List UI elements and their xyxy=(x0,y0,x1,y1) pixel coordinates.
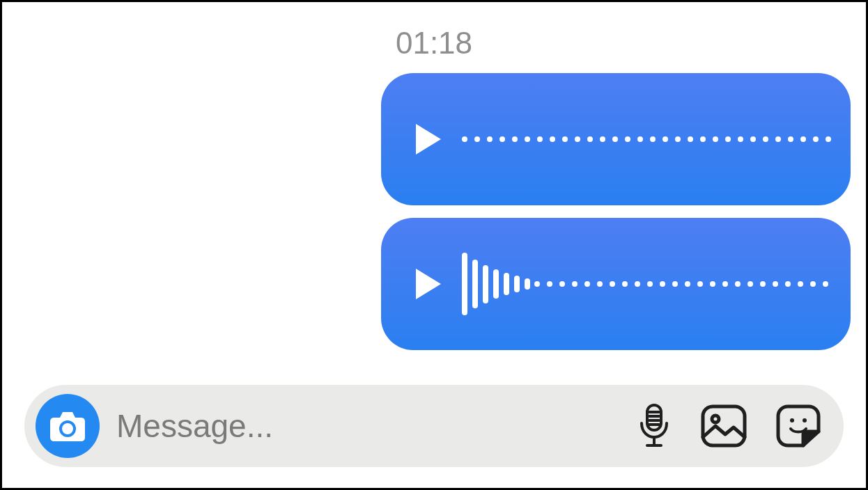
sticker-button[interactable] xyxy=(775,404,821,448)
sticker-icon xyxy=(775,404,821,448)
svg-point-11 xyxy=(803,418,807,422)
svg-rect-8 xyxy=(703,406,745,445)
waveform-dots xyxy=(534,281,828,287)
composer-right-icons xyxy=(636,402,821,450)
chat-screen: 01:18 xyxy=(0,0,868,490)
mic-icon xyxy=(636,402,672,450)
mic-button[interactable] xyxy=(636,402,672,450)
voice-waveform[interactable] xyxy=(462,242,828,326)
conversation-timestamp: 01:18 xyxy=(2,26,866,61)
message-list xyxy=(381,73,851,350)
svg-point-9 xyxy=(712,416,719,422)
gallery-button[interactable] xyxy=(700,404,747,448)
voice-waveform[interactable] xyxy=(462,97,831,181)
message-composer xyxy=(24,385,844,467)
voice-message[interactable] xyxy=(381,218,851,350)
camera-icon xyxy=(49,409,86,443)
play-icon[interactable] xyxy=(416,269,441,299)
play-icon[interactable] xyxy=(416,124,441,155)
svg-point-10 xyxy=(790,418,794,422)
voice-message[interactable] xyxy=(381,73,851,205)
gallery-icon xyxy=(700,404,747,448)
waveform-bars xyxy=(462,253,530,315)
camera-button[interactable] xyxy=(36,394,100,458)
waveform-dots xyxy=(462,136,831,142)
message-input[interactable] xyxy=(100,407,636,445)
